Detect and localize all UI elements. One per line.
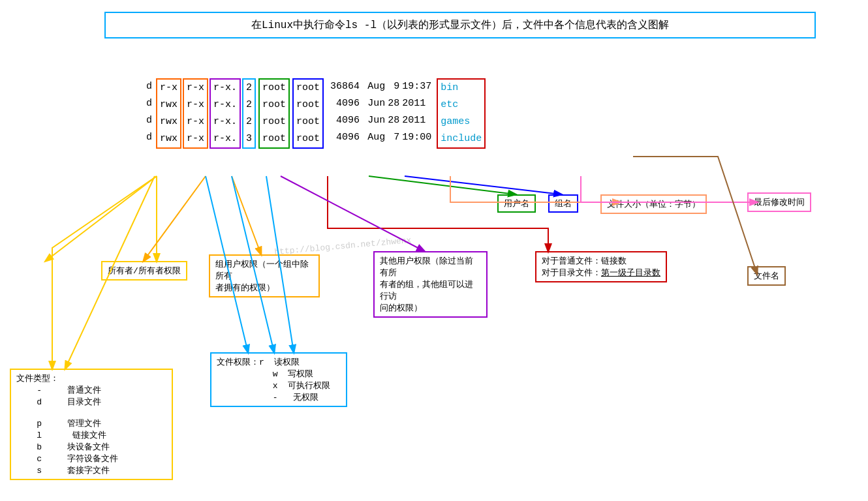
col-names: bin etc games include [437, 78, 486, 149]
col-perm2: r-x r-x r-x r-x [183, 78, 208, 149]
title: 在Linux中执行命令ls -l（以列表的形式显示文件）后，文件中各个信息代表的… [104, 12, 816, 38]
col-time: 19:37 2011 2011 19:00 [402, 78, 431, 146]
col-month: Aug Jun Jun Aug [367, 78, 385, 146]
col-user: root root root root [258, 78, 290, 149]
svg-line-5 [405, 176, 561, 194]
col-size: 36864 4096 4096 4096 [328, 78, 362, 146]
col-links: 2 2 2 3 [242, 78, 256, 149]
other-perms-annotation: 其他用户权限（除过当前有所有者的组，其他组可以进行访问的权限） [373, 251, 488, 318]
data-table: d d d d r-x rwx rwx rwx r-x r-x r-x r-x … [144, 78, 486, 149]
groupname-label: 组名 [548, 194, 578, 213]
svg-line-6 [281, 176, 424, 251]
filetype-annotation: 文件类型： - 普通文件 d 目录文件 p 管理文件 l 链接文件 b 块设备文… [10, 369, 173, 480]
svg-line-4 [369, 176, 516, 194]
svg-line-0 [46, 176, 157, 261]
col-perm3: r-x. r-x. r-x. r-x. [209, 78, 241, 149]
col-day: 9 28 28 7 [388, 78, 399, 146]
fileperms-annotation: 文件权限：r 读权限 w 写权限 x 可执行权限 - 无权限 [210, 352, 347, 407]
svg-line-2 [144, 176, 206, 261]
col-group: root root root root [292, 78, 324, 149]
col-type: d d d d [144, 78, 155, 146]
links-annotation: 对于普通文件：链接数对于目录文件：第一级子目录数 [535, 251, 667, 282]
col-perm1: r-x rwx rwx rwx [156, 78, 181, 149]
owner-annotation: 所有者/所有者权限 [101, 261, 187, 281]
username-label: 用户名 [497, 194, 536, 213]
group-perms-annotation: 组用户权限（一个组中除所有者拥有的权限） [209, 254, 320, 297]
filesize-label: 文件大小（单位：字节） [600, 194, 707, 214]
modtime-label: 最后修改时间 [747, 192, 811, 212]
svg-line-3 [232, 176, 261, 254]
filename-label: 文件名 [747, 266, 786, 286]
